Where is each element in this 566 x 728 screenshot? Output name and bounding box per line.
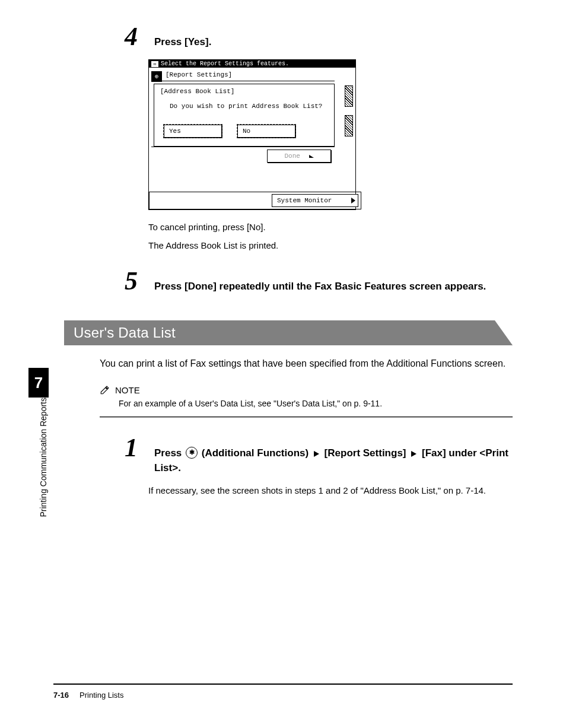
step-number: 4: [125, 24, 144, 50]
t: Press: [154, 447, 185, 459]
page-number: 7-16: [53, 691, 69, 700]
no-button[interactable]: No: [237, 125, 295, 138]
step-4: 4 Press [Yes].: [125, 24, 513, 50]
return-arrow-icon: [309, 155, 314, 158]
lcd-screenshot: ✉ Select the Report Settings features. ⊕…: [148, 59, 513, 210]
t: [Fax]: [422, 447, 446, 459]
breadcrumb-path: [Report Settings]: [151, 70, 335, 81]
chapter-number: 7: [34, 374, 43, 392]
dialog-title: [Address Book List]: [160, 88, 329, 95]
done-label: Done: [284, 152, 300, 160]
step-5: 5 Press [Done] repeatedly until the Fax …: [125, 268, 513, 294]
scroll-down-icon[interactable]: [345, 115, 353, 136]
step-body: If necessary, see the screen shots in st…: [148, 485, 513, 495]
fax-mode-icon: ✉: [151, 61, 158, 67]
cancel-note: To cancel printing, press [No].: [148, 222, 513, 232]
footer-title: Printing Lists: [80, 691, 123, 700]
dialog-message: Do you wish to print Address Book List?: [170, 102, 329, 110]
arrow-icon: [411, 451, 416, 457]
yes-button[interactable]: Yes: [164, 125, 222, 138]
scrollbar[interactable]: [345, 85, 353, 136]
t: [Report Settings]: [325, 447, 406, 459]
chapter-tab: 7: [28, 368, 49, 398]
note-rule: [100, 417, 513, 417]
lcd-screen: ✉ Select the Report Settings features. ⊕…: [148, 59, 356, 210]
section-title: User's Data List: [64, 325, 176, 341]
step-1: 1 Press ✱ (Additional Functions) [Report…: [125, 435, 513, 475]
section-intro: You can print a list of Fax settings tha…: [100, 357, 513, 370]
scroll-up-icon[interactable]: [345, 85, 353, 107]
step-number: 1: [125, 435, 144, 461]
t: (Additional Functions): [202, 447, 309, 459]
note-text: For an example of a User's Data List, se…: [119, 399, 513, 408]
no-label: No: [243, 128, 250, 135]
settings-icon: ⊕: [151, 71, 162, 82]
system-monitor-button[interactable]: System Monitor: [272, 194, 358, 207]
done-button[interactable]: Done: [267, 150, 331, 163]
step-instruction: Press ✱ (Additional Functions) [Report S…: [154, 446, 513, 475]
step-instruction: Press [Done] repeatedly until the Fax Ba…: [154, 279, 486, 294]
note-block: NOTE For an example of a User's Data Lis…: [100, 384, 513, 417]
chapter-label: Printing Communication Reports: [39, 398, 48, 517]
screen-title: Select the Report Settings features.: [161, 61, 289, 67]
arrow-icon: [314, 451, 319, 457]
pencil-icon: [100, 384, 110, 395]
section-heading: User's Data List: [64, 320, 513, 345]
dialog: [Address Book List] Do you wish to print…: [154, 84, 335, 147]
step-instruction: Press [Yes].: [154, 35, 211, 50]
yes-label: Yes: [169, 128, 181, 135]
additional-functions-icon: ✱: [186, 447, 198, 459]
note-label: NOTE: [115, 385, 140, 395]
page-footer: 7-16 Printing Lists: [53, 684, 513, 700]
step-number: 5: [125, 268, 144, 294]
screen-titlebar: ✉ Select the Report Settings features.: [149, 60, 355, 68]
system-monitor-label: System Monitor: [277, 197, 332, 204]
result-note: The Address Book List is printed.: [148, 240, 513, 250]
